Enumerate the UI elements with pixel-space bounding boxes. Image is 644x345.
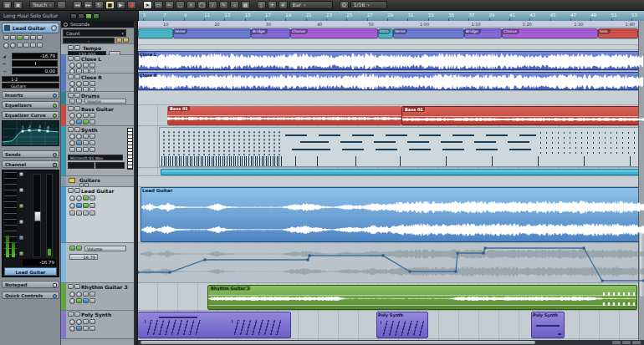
output-routing-field[interactable]: Guitars xyxy=(2,83,59,89)
toggle-button[interactable] xyxy=(70,13,77,19)
edit-channel-icon[interactable] xyxy=(51,25,57,31)
lane-parameter-select[interactable]: Volume xyxy=(84,246,126,251)
delay-field[interactable]: 0.00 xyxy=(12,68,58,74)
toggle-button-active[interactable] xyxy=(85,13,92,19)
toggle-button-active[interactable] xyxy=(93,13,100,19)
erase-tool[interactable]: × xyxy=(187,1,196,9)
track-row-seconds[interactable]: Seconds xyxy=(61,21,134,28)
arranger-section-solo[interactable]: Solo xyxy=(598,28,638,38)
audio-event-close-r[interactable]: Close R xyxy=(138,72,644,90)
volume-automation-lane[interactable] xyxy=(138,243,644,283)
seconds-ruler[interactable]: 10203040501:001:101:201:301:40 xyxy=(138,21,644,28)
automation-curve[interactable] xyxy=(138,243,644,283)
automation-value-field[interactable]: -16.79 xyxy=(69,254,98,260)
track-row-close-r[interactable]: Close R xyxy=(61,74,134,92)
record-button[interactable]: ● xyxy=(127,1,136,9)
sends-section-header[interactable]: Sends xyxy=(2,150,59,158)
mute-tool[interactable]: / xyxy=(208,1,217,9)
track-row-poly-synth[interactable]: Poly Synth xyxy=(61,311,134,339)
track-row-guitars-folder[interactable]: Guitars xyxy=(61,176,134,187)
midi-output-select[interactable]: Microsoft GS Wav xyxy=(68,155,123,160)
folder-part-guitars[interactable] xyxy=(161,169,644,175)
horizontal-scrollbar[interactable] xyxy=(138,340,644,345)
arranger-item-field[interactable]: - xyxy=(63,38,115,43)
fader-value[interactable]: -16.79 xyxy=(23,259,56,266)
arranger-section-verse[interactable]: Verse xyxy=(393,28,464,38)
track-row-bass-guitar[interactable]: Bass Guitar xyxy=(61,105,134,126)
autoscroll-button[interactable]: ▯ xyxy=(257,1,266,9)
track-controls[interactable] xyxy=(69,326,96,342)
track-controls[interactable] xyxy=(69,211,96,226)
more-options-button[interactable]: ⋯ xyxy=(57,1,66,9)
arranger-section-intro[interactable]: Intro xyxy=(378,28,393,38)
color-tool[interactable]: ▦ xyxy=(241,1,250,9)
equalizers-section-header[interactable]: Equalizers xyxy=(2,101,59,109)
audio-event-bass-02[interactable]: Bass 01 xyxy=(401,106,644,125)
notepad-section-header[interactable]: Notepad xyxy=(2,281,59,288)
midi-part-synth[interactable] xyxy=(159,127,644,167)
arranger-section-chorus[interactable]: Chorus xyxy=(502,28,598,38)
inspector-track-header[interactable]: Lead Guitar xyxy=(2,23,59,33)
range-tool[interactable]: ▭ xyxy=(154,1,163,9)
tracklist-toggle-buttons[interactable] xyxy=(70,13,100,19)
play-button[interactable]: ▶ xyxy=(116,1,125,9)
glue-tool[interactable]: ◡ xyxy=(176,1,185,9)
midi-part-poly-a[interactable] xyxy=(138,312,291,338)
channel-section-header[interactable]: Channel xyxy=(2,160,59,168)
scrollbar-handle[interactable] xyxy=(141,341,535,344)
quantize-icon[interactable]: Q xyxy=(340,1,349,9)
zoom-slider[interactable] xyxy=(622,341,631,344)
forward-button[interactable]: ▸▸ xyxy=(84,1,93,9)
audio-event-bass-01[interactable]: Bass 01 xyxy=(167,106,401,125)
equalizer-curve-section-header[interactable]: Equalizer Curve xyxy=(2,111,59,119)
split-tool[interactable]: ✂ xyxy=(165,1,174,9)
audio-event-close-l[interactable]: Close L xyxy=(138,51,644,70)
inserts-section-header[interactable]: Inserts xyxy=(2,91,59,99)
automation-lane-volume[interactable]: Volume -16.79 xyxy=(61,243,134,283)
snap-button[interactable]: ✛ xyxy=(268,1,277,9)
snap-type-select[interactable]: Bar ▾ xyxy=(289,1,333,9)
track-row-lead-guitar[interactable]: Lead Guitar xyxy=(61,187,134,243)
track-row-rhythm-guitar[interactable]: Rhythm Guitar 3 xyxy=(61,283,134,311)
tempo-track-row[interactable] xyxy=(138,39,644,45)
draw-tool[interactable]: ✎ xyxy=(219,1,228,9)
audio-event-rhythm-guitar[interactable]: Rhythm Guitar 3 xyxy=(207,285,637,310)
arranger-section-bridge[interactable]: Bridge xyxy=(251,28,290,38)
setup-icon[interactable]: ▣ xyxy=(13,1,23,9)
pan-field[interactable] xyxy=(12,60,58,67)
midi-part-poly-b[interactable]: Poly Synth xyxy=(376,312,428,338)
eq-curve-display[interactable]: 1234 xyxy=(2,120,59,146)
arranger-track-row[interactable]: VerseBridgeChorusIntroVerseBridgeChorusS… xyxy=(138,28,644,39)
automation-mode-select[interactable]: Touch ▾ xyxy=(29,1,55,9)
arranger-section-bridge[interactable]: Bridge xyxy=(464,28,502,38)
rewind-button[interactable]: ◂◂ xyxy=(73,1,82,9)
cycle-button[interactable]: ↻ xyxy=(95,1,104,9)
grid-button[interactable]: # xyxy=(279,1,288,9)
track-row-synth[interactable]: Synth Microsoft GS Wav xyxy=(61,126,134,176)
track-row-arranger[interactable]: Count ▾ - xyxy=(61,28,134,44)
folder-icon[interactable] xyxy=(69,178,75,183)
arranger-section-chorus[interactable]: Chorus xyxy=(290,28,378,38)
lane-parameter-select[interactable]: Volume xyxy=(84,99,126,104)
audio-event-lead-guitar[interactable]: Lead Guitar xyxy=(141,187,644,242)
midi-part-poly-c[interactable]: Poly Synth xyxy=(531,312,565,338)
arranger-section[interactable] xyxy=(138,28,173,38)
fader-handle[interactable] xyxy=(34,211,41,221)
quantize-select[interactable]: 1/16 ▾ xyxy=(350,1,387,9)
zoom-tool[interactable]: ◯ xyxy=(197,1,207,9)
fader-slot[interactable] xyxy=(33,174,41,257)
piano-keyboard[interactable] xyxy=(127,128,133,170)
volume-field[interactable]: -16.79 xyxy=(12,53,58,59)
bar-ruler[interactable]: 5791113151719212325272931333537394143454… xyxy=(138,11,644,21)
stop-button[interactable]: ■ xyxy=(105,1,115,9)
quick-controls-section-header[interactable]: Quick Controls xyxy=(2,292,59,299)
midi-bank-field[interactable] xyxy=(95,162,125,169)
monitor-icon[interactable]: ▤ xyxy=(3,1,12,9)
track-row-drums[interactable]: Drums Volume xyxy=(61,92,134,105)
audition-tool[interactable]: ◃ xyxy=(230,1,239,9)
arranger-section-verse[interactable]: Verse xyxy=(173,28,251,38)
zoom-out-button[interactable] xyxy=(612,341,621,344)
arranger-chain-select[interactable]: Count ▾ xyxy=(63,29,126,37)
track-row-close-l[interactable]: Close L xyxy=(61,55,134,74)
pointer-tool[interactable]: ➤ xyxy=(143,1,152,9)
